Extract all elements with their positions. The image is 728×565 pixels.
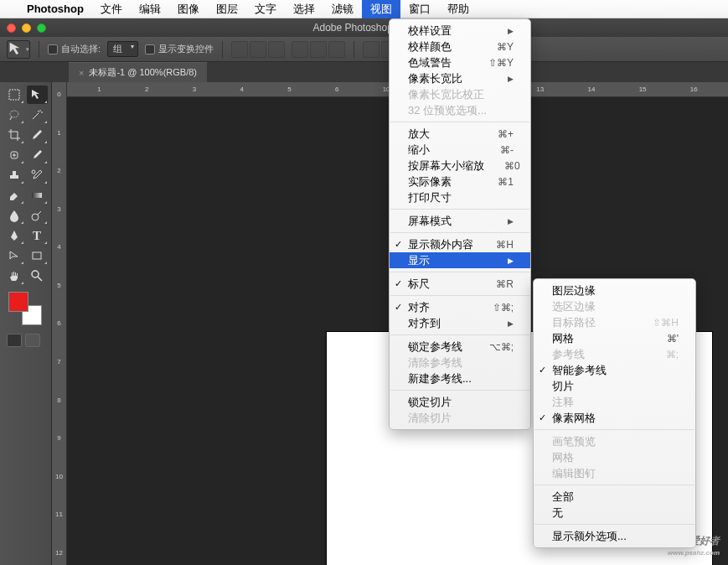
pen-tool-icon[interactable] — [3, 226, 24, 245]
marquee-tool-icon[interactable] — [3, 86, 24, 104]
type-tool-icon[interactable]: T — [27, 226, 48, 245]
lasso-tool-icon[interactable] — [3, 106, 24, 124]
show-submenu-item: 注释 — [534, 394, 695, 410]
dist-top-icon[interactable] — [363, 41, 379, 58]
shape-tool-icon[interactable] — [27, 246, 48, 265]
view-menu-item[interactable]: ✓标尺⌘R — [390, 276, 530, 292]
tab-close-icon[interactable]: × — [79, 68, 84, 78]
view-menu-item[interactable]: 放大⌘+ — [390, 126, 530, 142]
show-submenu-dropdown: 图层边缘选区边缘目标路径⇧⌘H网格⌘'参考线⌘;✓智能参考线切片注释✓像素网格画… — [533, 278, 696, 548]
show-submenu-label: 注释 — [552, 395, 679, 410]
view-menu-label: 对齐 — [408, 300, 472, 315]
blur-tool-icon[interactable] — [3, 206, 24, 225]
check-icon: ✓ — [395, 302, 402, 313]
quickmask-mode-icon[interactable] — [25, 334, 40, 347]
show-transform-checkbox[interactable]: 显示变换控件 — [145, 43, 214, 55]
show-submenu-item: 网格 — [534, 449, 695, 465]
magic-wand-tool-icon[interactable] — [27, 106, 48, 124]
show-submenu-item[interactable]: 显示额外选项... — [534, 528, 695, 544]
menu-type[interactable]: 文字 — [246, 0, 285, 18]
view-menu-label: 显示 — [408, 253, 498, 268]
show-submenu-item[interactable]: 无 — [534, 505, 695, 521]
standard-mode-icon[interactable] — [7, 334, 22, 347]
move-tool-icon[interactable] — [27, 86, 48, 104]
view-menu-item[interactable]: 色域警告⇧⌘Y — [390, 54, 530, 70]
align-top-icon[interactable] — [231, 41, 248, 58]
view-menu-item[interactable]: 新建参考线... — [390, 371, 530, 386]
show-submenu-item[interactable]: 网格⌘' — [534, 330, 695, 346]
eyedropper-tool-icon[interactable] — [27, 126, 48, 144]
view-menu-item[interactable]: 对齐到▶ — [390, 315, 530, 331]
document-tab[interactable]: × 未标题-1 @ 100%(RGB/8) — [69, 62, 207, 82]
view-menu-label: 显示额外内容 — [408, 237, 476, 252]
brush-tool-icon[interactable] — [27, 146, 48, 164]
zoom-icon[interactable] — [37, 23, 46, 33]
view-menu-separator — [390, 232, 529, 233]
show-submenu-separator — [534, 429, 694, 430]
view-menu-item: 清除切片 — [390, 410, 530, 426]
show-submenu-item[interactable]: ✓像素网格 — [534, 410, 695, 426]
view-menu-item[interactable]: 显示▶ — [390, 252, 530, 268]
view-menu-item[interactable]: 校样设置▶ — [390, 23, 530, 39]
show-submenu-item[interactable]: 切片 — [534, 378, 695, 394]
gradient-tool-icon[interactable] — [27, 186, 48, 205]
menu-image[interactable]: 图像 — [169, 0, 208, 18]
menu-window[interactable]: 窗口 — [400, 0, 439, 18]
view-menu-separator — [390, 209, 529, 210]
view-menu-item[interactable]: ✓显示额外内容⌘H — [390, 236, 530, 252]
view-menu-item[interactable]: 实际像素⌘1 — [390, 174, 530, 189]
history-brush-tool-icon[interactable] — [27, 166, 48, 184]
show-submenu-label: 全部 — [552, 490, 679, 505]
view-menu-item[interactable]: 锁定切片 — [390, 394, 530, 410]
view-menu-item[interactable]: 按屏幕大小缩放⌘0 — [390, 158, 530, 174]
view-menu-item[interactable]: ✓对齐⇧⌘; — [390, 299, 530, 315]
stamp-tool-icon[interactable] — [3, 166, 24, 184]
align-left-icon[interactable] — [292, 41, 308, 58]
shortcut-label: ⌘Y — [497, 41, 514, 53]
minimize-icon[interactable] — [22, 23, 31, 33]
view-menu-label: 放大 — [408, 127, 478, 142]
dodge-tool-icon[interactable] — [27, 206, 48, 225]
hand-tool-icon[interactable] — [3, 267, 24, 285]
show-submenu-item[interactable]: 图层边缘 — [534, 282, 695, 298]
auto-select-checkbox[interactable]: 自动选择: — [48, 43, 101, 55]
align-vcenter-icon[interactable] — [250, 41, 266, 58]
menu-filter[interactable]: 滤镜 — [323, 0, 362, 18]
close-icon[interactable] — [7, 23, 16, 33]
view-menu-label: 打印尺寸 — [408, 190, 514, 205]
menu-layer[interactable]: 图层 — [208, 0, 246, 18]
shortcut-label: ⌘; — [666, 349, 679, 360]
view-menu-item[interactable]: 像素长宽比▶ — [390, 70, 530, 86]
healing-tool-icon[interactable] — [3, 146, 24, 164]
zoom-tool-icon[interactable] — [27, 267, 48, 285]
view-menu-item[interactable]: 锁定参考线⌥⌘; — [390, 339, 530, 355]
align-right-icon[interactable] — [328, 41, 345, 58]
align-bottom-icon[interactable] — [268, 41, 285, 58]
menu-view[interactable]: 视图 — [362, 0, 400, 18]
fg-color-swatch[interactable] — [8, 292, 28, 312]
menu-file[interactable]: 文件 — [92, 0, 131, 18]
shortcut-label: ⌘+ — [498, 128, 514, 140]
view-menu-item[interactable]: 缩小⌘- — [390, 142, 530, 158]
path-select-tool-icon[interactable] — [3, 246, 24, 265]
auto-select-dropdown[interactable]: 组 ▾ — [107, 41, 138, 57]
align-hcenter-icon[interactable] — [310, 41, 327, 58]
shortcut-label: ⌘- — [500, 144, 514, 156]
svg-rect-0 — [9, 90, 19, 100]
show-submenu-label: 画笔预览 — [552, 434, 679, 449]
color-swatches[interactable] — [8, 292, 42, 325]
view-menu-item[interactable]: 校样颜色⌘Y — [390, 39, 530, 54]
menu-help[interactable]: 帮助 — [439, 0, 478, 18]
view-menu-item[interactable]: 打印尺寸 — [390, 189, 530, 205]
menu-select[interactable]: 选择 — [285, 0, 323, 18]
menu-edit[interactable]: 编辑 — [131, 0, 169, 18]
options-bar: ▾ 自动选择: 组 ▾ 显示变换控件 — [0, 37, 728, 62]
eraser-tool-icon[interactable] — [3, 186, 24, 205]
svg-point-1 — [10, 111, 18, 117]
view-menu-item[interactable]: 屏幕模式▶ — [390, 213, 530, 229]
crop-tool-icon[interactable] — [3, 126, 24, 144]
show-submenu-item[interactable]: 全部 — [534, 489, 695, 505]
app-menu[interactable]: Photoshop — [18, 0, 92, 18]
show-submenu-item[interactable]: ✓智能参考线 — [534, 362, 695, 378]
tool-indicator-icon[interactable]: ▾ — [7, 40, 30, 59]
